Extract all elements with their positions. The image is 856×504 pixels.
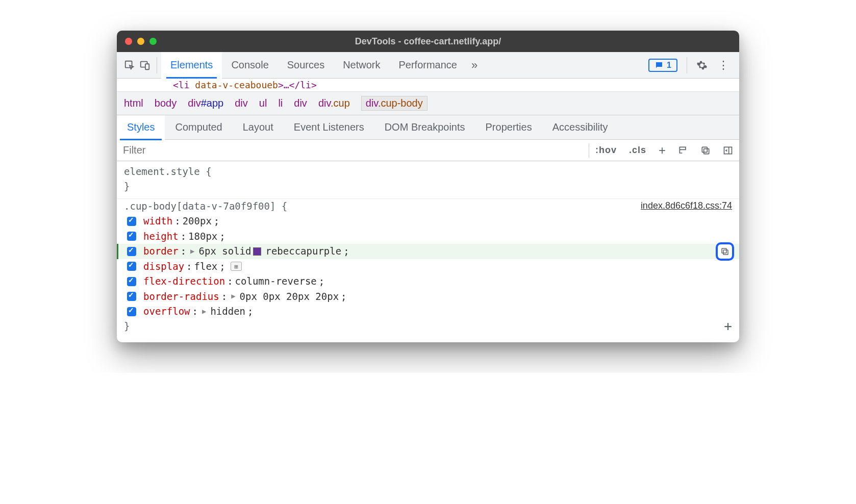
css-property[interactable]: border xyxy=(143,244,179,259)
svg-rect-2 xyxy=(145,64,149,69)
css-declaration[interactable]: height: 180px; xyxy=(124,229,732,244)
add-declaration-button[interactable]: + xyxy=(724,316,732,336)
styles-pane: element.style { } index.8d6c6f18.css:74 … xyxy=(117,161,739,342)
css-value[interactable]: 200px xyxy=(183,214,212,229)
subtab-event-listeners[interactable]: Event Listeners xyxy=(284,115,374,140)
toggle-declaration-checkbox[interactable] xyxy=(127,277,136,286)
crumb-li[interactable]: li xyxy=(278,97,283,109)
flex-editor-icon[interactable]: ▦ xyxy=(231,262,242,271)
expand-shorthand-icon[interactable]: ▶ xyxy=(190,246,194,257)
css-value[interactable]: hidden xyxy=(210,304,245,319)
toggle-hov-button[interactable]: :hov xyxy=(589,140,623,161)
close-window-button[interactable] xyxy=(125,38,132,45)
breadcrumb: html body div#app div ul li div div.cup … xyxy=(117,92,739,115)
svg-rect-3 xyxy=(704,148,709,154)
tab-elements[interactable]: Elements xyxy=(161,52,222,79)
css-value[interactable]: 180px xyxy=(188,229,217,244)
minimize-window-button[interactable] xyxy=(137,38,144,45)
stylesheet-source-link[interactable]: index.8d6c6f18.css:74 xyxy=(641,199,732,213)
window-title: DevTools - coffee-cart.netlify.app/ xyxy=(117,36,739,47)
rule-close-brace: } xyxy=(124,320,130,332)
crumb-div-cup[interactable]: div.cup xyxy=(318,97,350,109)
copy-icon[interactable] xyxy=(694,140,717,161)
paintbrush-icon[interactable] xyxy=(672,140,694,161)
devtools-window: DevTools - coffee-cart.netlify.app/ Elem… xyxy=(117,31,739,342)
crumb-body[interactable]: body xyxy=(155,97,177,109)
css-value[interactable]: 0px 0px 20px 20px xyxy=(240,289,339,304)
crumb-html[interactable]: html xyxy=(124,97,143,109)
main-toolbar: Elements Console Sources Network Perform… xyxy=(117,52,739,79)
svg-rect-4 xyxy=(702,147,707,152)
more-tabs-button[interactable]: » xyxy=(466,59,483,72)
subtab-properties[interactable]: Properties xyxy=(475,115,542,140)
copy-declaration-button[interactable] xyxy=(716,242,734,261)
separator xyxy=(687,57,687,73)
selector: element.style { xyxy=(124,166,212,177)
subtab-layout[interactable]: Layout xyxy=(233,115,284,140)
maximize-window-button[interactable] xyxy=(149,38,157,45)
subtab-computed[interactable]: Computed xyxy=(165,115,232,140)
css-property[interactable]: border-radius xyxy=(143,289,219,304)
svg-rect-7 xyxy=(723,250,728,255)
tab-performance[interactable]: Performance xyxy=(390,52,467,79)
css-declaration[interactable]: flex-direction: column-reverse; xyxy=(124,274,732,289)
css-value[interactable]: flex xyxy=(194,259,218,274)
subtab-accessibility[interactable]: Accessibility xyxy=(542,115,618,140)
css-declaration[interactable]: overflow: ▶ hidden; xyxy=(124,304,732,319)
css-declaration[interactable]: width: 200px; xyxy=(124,214,732,229)
css-property[interactable]: display xyxy=(143,259,184,274)
css-property[interactable]: flex-direction xyxy=(143,274,225,289)
computed-sidebar-toggle-icon[interactable] xyxy=(717,140,739,161)
toggle-cls-button[interactable]: .cls xyxy=(623,140,652,161)
tab-sources[interactable]: Sources xyxy=(278,52,334,79)
css-property[interactable]: overflow xyxy=(143,304,190,319)
toggle-declaration-checkbox[interactable] xyxy=(127,217,136,226)
css-declaration[interactable]: border-radius: ▶ 0px 0px 20px 20px; xyxy=(124,289,732,304)
css-value[interactable]: 6px solid xyxy=(199,244,251,259)
inspect-element-icon[interactable] xyxy=(122,58,137,73)
main-tabs: Elements Console Sources Network Perform… xyxy=(161,52,643,79)
tab-console[interactable]: Console xyxy=(222,52,278,79)
css-rule: index.8d6c6f18.css:74 .cup-body[data-v-7… xyxy=(117,198,739,338)
toggle-declaration-checkbox[interactable] xyxy=(127,262,136,271)
toggle-declaration-checkbox[interactable] xyxy=(127,247,136,256)
new-style-rule-button[interactable]: + xyxy=(652,140,672,161)
traffic-lights xyxy=(125,38,157,45)
crumb-div2[interactable]: div xyxy=(294,97,307,109)
issues-count: 1 xyxy=(667,61,671,70)
styles-filter-input[interactable] xyxy=(117,140,589,161)
css-declaration-highlighted[interactable]: border: ▶ 6px solid rebeccapurple; xyxy=(117,244,739,259)
css-property[interactable]: height xyxy=(143,229,179,244)
element-style-rule[interactable]: element.style { } xyxy=(117,164,739,198)
crumb-div-app[interactable]: div#app xyxy=(188,97,223,109)
issues-badge[interactable]: 1 xyxy=(648,59,677,72)
color-swatch-icon[interactable] xyxy=(253,247,261,256)
selector[interactable]: .cup-body[data-v-7a0f9f00] { xyxy=(124,200,287,212)
styles-subtabs: Styles Computed Layout Event Listeners D… xyxy=(117,115,739,140)
more-options-icon[interactable]: ⋮ xyxy=(713,59,734,72)
svg-rect-0 xyxy=(125,61,132,67)
toggle-declaration-checkbox[interactable] xyxy=(127,292,136,301)
expand-shorthand-icon[interactable]: ▶ xyxy=(231,291,235,302)
toggle-declaration-checkbox[interactable] xyxy=(127,307,136,316)
subtab-styles[interactable]: Styles xyxy=(117,115,165,140)
settings-icon[interactable] xyxy=(691,60,713,71)
svg-rect-8 xyxy=(722,248,726,253)
separator xyxy=(157,57,157,73)
css-value[interactable]: column-reverse xyxy=(235,274,317,289)
expand-shorthand-icon[interactable]: ▶ xyxy=(202,306,206,317)
dom-tree-fragment[interactable]: <li data-v-ceaboueb>…</li> xyxy=(117,79,739,92)
titlebar: DevTools - coffee-cart.netlify.app/ xyxy=(117,31,739,52)
css-declaration[interactable]: display: flex; ▦ xyxy=(124,259,732,274)
subtab-dom-breakpoints[interactable]: DOM Breakpoints xyxy=(374,115,475,140)
device-toolbar-icon[interactable] xyxy=(137,58,153,73)
crumb-div[interactable]: div xyxy=(235,97,248,109)
css-property[interactable]: width xyxy=(143,214,172,229)
styles-toolbar: :hov .cls + xyxy=(117,140,739,161)
toggle-declaration-checkbox[interactable] xyxy=(127,232,136,241)
tab-network[interactable]: Network xyxy=(334,52,389,79)
crumb-div-cup-body[interactable]: div.cup-body xyxy=(361,96,427,111)
crumb-ul[interactable]: ul xyxy=(259,97,267,109)
